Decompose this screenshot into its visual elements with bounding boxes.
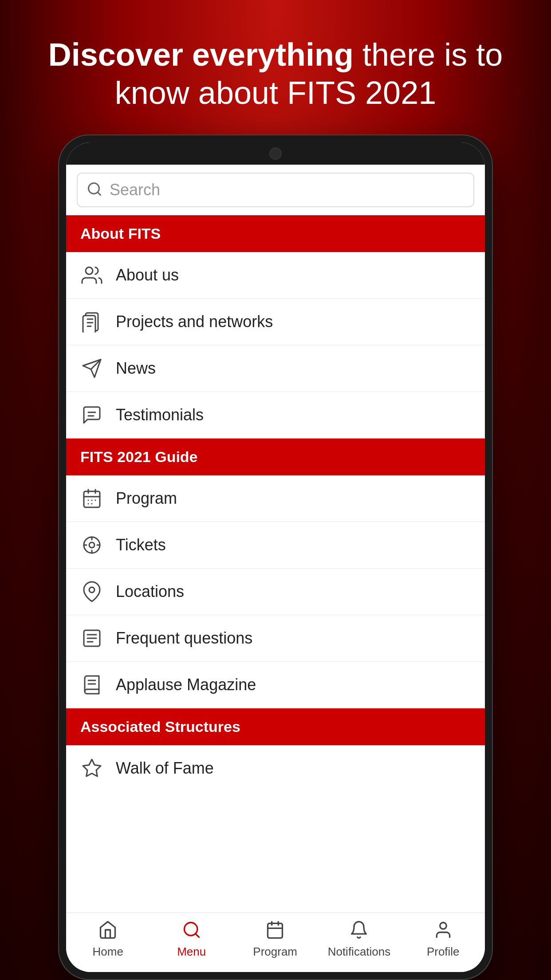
camera-dot	[269, 147, 282, 160]
faq-icon	[80, 627, 103, 650]
program-label: Program	[116, 489, 177, 508]
svg-point-25	[89, 542, 94, 548]
svg-rect-36	[268, 923, 283, 938]
program-nav-label: Program	[253, 945, 297, 959]
menu-content: About FITS About us	[66, 215, 485, 913]
program-nav-icon	[265, 920, 285, 941]
home-icon	[98, 920, 118, 941]
profile-nav-label: Profile	[427, 945, 460, 959]
home-nav-label: Home	[93, 945, 123, 959]
nav-item-profile[interactable]: Profile	[412, 920, 474, 959]
testimonials-icon	[80, 403, 103, 427]
svg-point-40	[440, 923, 446, 929]
nav-item-notifications[interactable]: Notifications	[328, 920, 391, 959]
locations-icon	[80, 580, 103, 603]
search-bar[interactable]: Search	[77, 173, 474, 207]
svg-marker-33	[83, 759, 101, 776]
profile-icon	[433, 920, 453, 941]
nav-item-home[interactable]: Home	[77, 920, 139, 959]
menu-item-tickets[interactable]: Tickets	[66, 522, 485, 569]
phone-screen: Search About FITS About us	[66, 142, 485, 972]
notifications-nav-label: Notifications	[328, 945, 391, 959]
bottom-navigation: Home Menu	[66, 913, 485, 972]
tickets-icon	[80, 533, 103, 557]
faq-label: Frequent questions	[116, 629, 252, 648]
section-header-about-fits: About FITS	[66, 215, 485, 252]
menu-item-testimonials[interactable]: Testimonials	[66, 392, 485, 439]
projects-icon	[80, 310, 103, 333]
nav-item-menu[interactable]: Menu	[161, 920, 223, 959]
tickets-label: Tickets	[116, 536, 166, 554]
locations-label: Locations	[116, 582, 184, 601]
section-header-guide: FITS 2021 Guide	[66, 439, 485, 475]
menu-item-faq[interactable]: Frequent questions	[66, 615, 485, 662]
phone-frame: Search About FITS About us	[58, 134, 493, 980]
menu-nav-label: Menu	[177, 945, 206, 959]
people-icon	[80, 264, 103, 287]
magazine-icon	[80, 673, 103, 696]
about-us-label: About us	[116, 266, 179, 285]
nav-item-program[interactable]: Program	[244, 920, 306, 959]
search-placeholder: Search	[110, 181, 160, 199]
menu-item-projects[interactable]: Projects and networks	[66, 299, 485, 345]
testimonials-label: Testimonials	[116, 406, 204, 424]
star-icon	[80, 757, 103, 780]
svg-point-26	[89, 587, 94, 593]
walk-of-fame-label: Walk of Fame	[116, 759, 214, 778]
menu-item-about-us[interactable]: About us	[66, 252, 485, 299]
section-header-associated: Associated Structures	[66, 708, 485, 745]
hero-section: Discover everything there is to know abo…	[0, 0, 551, 134]
phone-top-bar	[66, 142, 485, 165]
search-bar-wrapper: Search	[66, 165, 485, 215]
notifications-icon	[349, 920, 369, 941]
menu-item-walk-of-fame[interactable]: Walk of Fame	[66, 745, 485, 791]
search-icon	[87, 181, 102, 199]
svg-line-35	[195, 934, 199, 937]
svg-rect-15	[84, 491, 100, 507]
hero-title-bold: Discover everything	[48, 37, 354, 72]
magazine-label: Applause Magazine	[116, 676, 256, 694]
svg-rect-7	[83, 316, 95, 332]
menu-item-program[interactable]: Program	[66, 475, 485, 522]
projects-label: Projects and networks	[116, 312, 273, 331]
svg-point-2	[86, 267, 93, 274]
menu-item-magazine[interactable]: Applause Magazine	[66, 662, 485, 708]
news-label: News	[116, 359, 156, 378]
menu-item-news[interactable]: News	[66, 345, 485, 392]
menu-icon	[182, 920, 201, 941]
menu-item-locations[interactable]: Locations	[66, 569, 485, 615]
news-icon	[80, 357, 103, 380]
svg-line-1	[98, 192, 101, 195]
program-icon	[80, 487, 103, 510]
